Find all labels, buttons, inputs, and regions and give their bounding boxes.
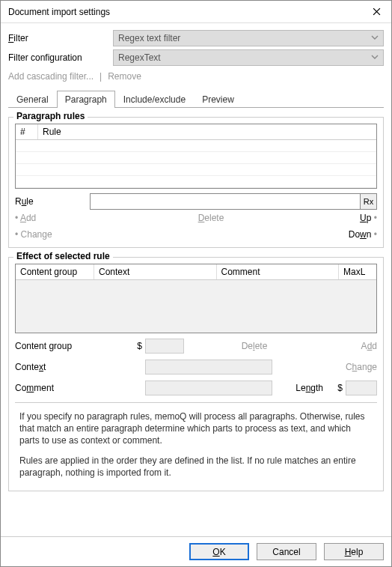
col-context: Context: [94, 264, 217, 279]
help-paragraph-2: Rules are applied in the order they are …: [19, 455, 373, 479]
content-group-input[interactable]: [145, 339, 184, 354]
rule-input-label: Rule: [15, 196, 90, 207]
effect-table[interactable]: Content group Context Comment MaxL: [15, 264, 377, 333]
effect-table-body: [16, 280, 376, 333]
tab-preview[interactable]: Preview: [194, 91, 242, 108]
comment-row: Comment Length $: [15, 380, 377, 396]
add-effect-link[interactable]: Add: [325, 341, 377, 351]
up-rule-link[interactable]: Up: [317, 213, 377, 226]
content-group-row: Content group $ Delete Add: [15, 338, 377, 354]
filter-config-value: RegexText: [118, 52, 161, 63]
length-label: Length: [275, 383, 328, 393]
filter-config-select[interactable]: RegexText: [113, 49, 384, 66]
add-cascading-filter-link[interactable]: Add cascading filter...: [8, 71, 94, 82]
chevron-down-icon: [371, 33, 379, 43]
delete-rule-link[interactable]: Delete: [105, 213, 317, 226]
filter-config-row: Filter configuration RegexText: [8, 49, 384, 67]
tab-general[interactable]: General: [8, 91, 57, 108]
tab-paragraph[interactable]: Paragraph: [57, 91, 115, 108]
filter-label: Filter: [8, 33, 113, 43]
filter-links: Add cascading filter... | Remove: [8, 68, 384, 89]
col-maxl: MaxL: [339, 264, 376, 279]
add-rule-link[interactable]: Add: [15, 213, 105, 226]
context-row: Context Change: [15, 359, 377, 375]
change-effect-link[interactable]: Change: [325, 362, 377, 372]
effect-group: Effect of selected rule Content group Co…: [8, 257, 384, 491]
length-input[interactable]: [346, 380, 377, 395]
tab-strip: General Paragraph Include/exclude Previe…: [8, 91, 384, 108]
table-row: [16, 176, 376, 188]
table-row: [16, 152, 376, 164]
content-group-label: Content group: [15, 341, 127, 351]
col-rule: Rule: [38, 124, 376, 139]
filter-value: Regex text filter: [118, 33, 180, 43]
effect-table-head: Content group Context Comment MaxL: [16, 264, 376, 280]
table-row: [16, 164, 376, 176]
dollar-sign: $: [130, 341, 142, 351]
rule-actions-1: Add Delete Up: [15, 213, 377, 226]
cancel-button[interactable]: Cancel: [257, 543, 316, 560]
table-row: [16, 140, 376, 152]
close-icon: [373, 7, 381, 16]
col-comment: Comment: [217, 264, 340, 279]
tab-include-exclude[interactable]: Include/exclude: [115, 91, 194, 108]
filter-config-label: Filter configuration: [8, 52, 113, 63]
delete-effect-link[interactable]: Delete: [187, 341, 322, 351]
help-text: If you specify no paragraph rules, memoQ…: [19, 410, 373, 479]
context-label: Context: [15, 362, 127, 372]
filter-select[interactable]: Regex text filter: [113, 30, 384, 46]
remove-filter-link[interactable]: Remove: [108, 71, 141, 82]
dialog-title: Document import settings: [8, 7, 361, 17]
rx-button[interactable]: Rx: [360, 194, 376, 209]
close-button[interactable]: [361, 1, 391, 23]
help-button[interactable]: Help: [324, 543, 384, 560]
effect-legend: Effect of selected rule: [13, 251, 113, 261]
change-rule-link[interactable]: Change: [15, 229, 105, 243]
help-paragraph-1: If you specify no paragraph rules, memoQ…: [19, 410, 373, 447]
rule-input[interactable]: [91, 194, 360, 209]
filter-row: Filter Regex text filter: [8, 29, 384, 47]
rules-table[interactable]: # Rule: [15, 124, 377, 189]
rule-input-wrapper: Rx: [90, 193, 377, 210]
ok-button[interactable]: OK: [189, 543, 249, 560]
paragraph-rules-legend: Paragraph rules: [13, 111, 88, 121]
rules-table-body: [16, 140, 376, 188]
context-input[interactable]: [145, 360, 272, 375]
dialog-window: Document import settings Filter Regex te…: [0, 0, 392, 567]
dialog-body: Filter Regex text filter Filter configur…: [1, 23, 391, 536]
col-num: #: [16, 124, 38, 139]
chevron-down-icon: [371, 52, 379, 63]
down-rule-link[interactable]: Down: [317, 229, 377, 243]
separator: |: [99, 71, 102, 82]
dollar-sign-2: $: [331, 383, 343, 393]
col-content-group: Content group: [16, 264, 94, 279]
comment-input[interactable]: [145, 380, 272, 395]
rules-table-head: # Rule: [16, 124, 376, 140]
titlebar: Document import settings: [1, 1, 391, 23]
comment-label: Comment: [15, 383, 127, 393]
paragraph-rules-group: Paragraph rules # Rule Rule Rx: [8, 117, 384, 248]
rule-actions-2: Change Down: [15, 229, 377, 243]
rule-input-row: Rule Rx: [15, 193, 377, 210]
dialog-footer: OK Cancel Help: [1, 536, 391, 566]
divider: [15, 402, 377, 403]
